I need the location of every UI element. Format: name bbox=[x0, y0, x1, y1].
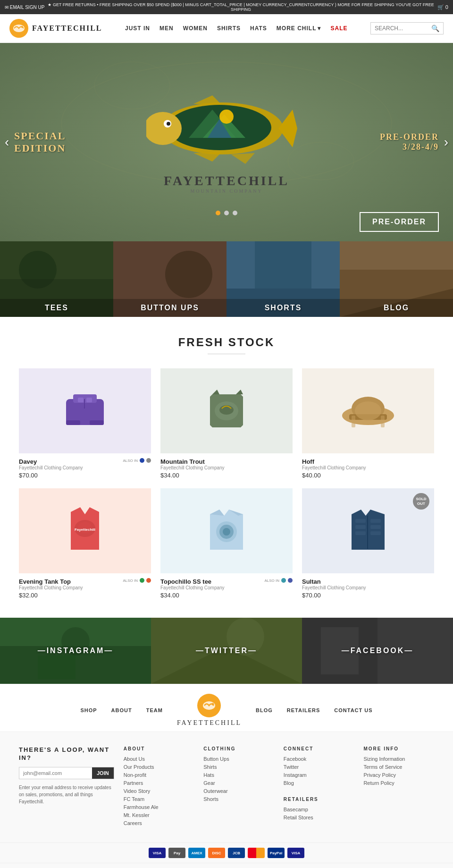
footer-outerwear-link[interactable]: Outerwear bbox=[203, 788, 274, 794]
search-area: 🔍 bbox=[370, 22, 444, 34]
footer-fcteam-link[interactable]: FC Team bbox=[124, 796, 194, 802]
footer-clothing: CLOTHING Button Ups Shirts Hats Gear Out… bbox=[203, 746, 274, 828]
footer-facebook-link[interactable]: Facebook bbox=[284, 756, 354, 762]
nav-men[interactable]: MEN bbox=[159, 25, 174, 32]
footer-privacy-link[interactable]: Privacy Policy bbox=[363, 772, 434, 778]
logo-icon[interactable] bbox=[9, 19, 28, 38]
category-blog[interactable]: BLOG bbox=[340, 241, 453, 317]
twitter-label: —TWITTER— bbox=[196, 647, 257, 655]
svg-rect-34 bbox=[66, 420, 80, 425]
footer-blog-link[interactable]: Blog bbox=[284, 780, 354, 786]
footer-nav-blog[interactable]: BLOG bbox=[256, 707, 273, 713]
footer-about-link[interactable]: About Us bbox=[124, 756, 194, 762]
category-shorts[interactable]: SHORTS bbox=[226, 241, 340, 317]
svg-rect-64 bbox=[355, 531, 366, 535]
social-twitter[interactable]: —TWITTER— bbox=[151, 618, 302, 684]
footer-instagram-link[interactable]: Instagram bbox=[284, 772, 354, 778]
footer-products-link[interactable]: Our Products bbox=[124, 764, 194, 770]
footer-twitter-link[interactable]: Twitter bbox=[284, 764, 354, 770]
footer-hats-link[interactable]: Hats bbox=[203, 772, 274, 778]
footer-nav-about[interactable]: ABOUT bbox=[111, 707, 132, 713]
logo-text[interactable]: FAYETTECHILL bbox=[32, 24, 102, 33]
footer-return-link[interactable]: Return Policy bbox=[363, 780, 434, 786]
footer-nav-contact[interactable]: CONTACT US bbox=[334, 707, 372, 713]
footer-sizing-link[interactable]: Sizing Information bbox=[363, 756, 434, 762]
color-dot-navy bbox=[140, 458, 144, 463]
product-sultan[interactable]: SOLDOUT Sultan Fayettechill Clothing Com… bbox=[302, 488, 434, 599]
footer-connect: CONNECT Facebook Twitter Instagram Blog … bbox=[284, 746, 354, 828]
hero-brand: FAYETTECHILL MOUNTAIN COMPANY bbox=[164, 173, 289, 194]
product-evening-tank[interactable]: Fayettechill Evening Tank Top Fayettechi… bbox=[19, 488, 151, 599]
product-sultan-brand: Fayettechill Clothing Company bbox=[302, 585, 366, 590]
footer-farmhouse-link[interactable]: Farmhouse Ale bbox=[124, 804, 194, 810]
email-input[interactable] bbox=[19, 767, 92, 779]
product-tank-price: $32.00 bbox=[19, 592, 151, 599]
email-signup-link[interactable]: ✉ EMAIL SIGN UP bbox=[5, 5, 44, 10]
product-topochillo-brand: Fayettechill Clothing Company bbox=[160, 585, 225, 590]
section-divider bbox=[208, 354, 245, 354]
product-topochillo[interactable]: Topochillo SS tee Fayettechill Clothing … bbox=[160, 488, 293, 599]
footer-logo[interactable]: FAYETTECHILL bbox=[177, 694, 242, 727]
footer-video-link[interactable]: Video Story bbox=[124, 788, 194, 794]
footer-nav-retailers[interactable]: RETAILERS bbox=[287, 707, 320, 713]
footer-buttonups-link[interactable]: Button Ups bbox=[203, 756, 274, 762]
join-button[interactable]: JOIN bbox=[92, 767, 114, 779]
footer-partners-link[interactable]: Partners bbox=[124, 780, 194, 786]
footer-nav-shop[interactable]: SHOP bbox=[80, 707, 97, 713]
social-grid: —INSTAGRAM— —TWITTER— —FACEBOOK— bbox=[0, 618, 453, 684]
footer-careers-link[interactable]: Careers bbox=[124, 820, 194, 826]
category-grid: TEES BUTTON UPS SHORTS BLO bbox=[0, 241, 453, 317]
svg-point-1 bbox=[21, 26, 23, 28]
nav-hats[interactable]: HATS bbox=[250, 25, 267, 32]
footer-kessler-link[interactable]: Mt. Kessler bbox=[124, 812, 194, 818]
nav-shirts[interactable]: SHIRTS bbox=[217, 25, 241, 32]
hero-dot-3[interactable] bbox=[233, 211, 237, 215]
footer-nav-team[interactable]: TEAM bbox=[146, 707, 163, 713]
search-button[interactable]: 🔍 bbox=[431, 25, 439, 32]
footer-basecamp-link[interactable]: Basecamp bbox=[284, 807, 354, 812]
svg-rect-31 bbox=[78, 398, 84, 402]
product-mountain-trout[interactable]: Mountain Trout Fayettechill Clothing Com… bbox=[160, 368, 293, 479]
nav-more-chill[interactable]: MORE CHILL ▾ bbox=[277, 25, 321, 32]
category-tees[interactable]: TEES bbox=[0, 241, 113, 317]
logo-area: FAYETTECHILL bbox=[9, 19, 102, 38]
product-sultan-img: SOLDOUT bbox=[302, 488, 434, 573]
nav-just-in[interactable]: JUST IN bbox=[125, 25, 150, 32]
nav-women[interactable]: WOMEN bbox=[183, 25, 208, 32]
nav-sale[interactable]: SALE bbox=[330, 25, 347, 32]
svg-marker-40 bbox=[236, 390, 243, 394]
footer-shorts-link[interactable]: Shorts bbox=[203, 796, 274, 802]
hero-prev-button[interactable]: ‹ bbox=[5, 135, 9, 150]
social-facebook[interactable]: —FACEBOOK— bbox=[302, 618, 453, 684]
cart-count[interactable]: 🛒 0 bbox=[437, 4, 448, 10]
footer-retail-link[interactable]: Retail Stores bbox=[284, 815, 354, 820]
footer-tos-link[interactable]: Terms of Service bbox=[363, 764, 434, 770]
color-dot-teal bbox=[281, 578, 286, 583]
svg-point-44 bbox=[355, 401, 381, 420]
product-grid: Davey Fayettechill Clothing Company ALSO… bbox=[19, 368, 434, 599]
product-hoff-brand: Fayettechill Clothing Company bbox=[302, 465, 366, 470]
svg-rect-32 bbox=[86, 398, 92, 402]
hero-next-button[interactable]: › bbox=[444, 135, 448, 150]
category-buttonups[interactable]: BUTTON UPS bbox=[113, 241, 226, 317]
product-trout-img bbox=[160, 368, 293, 453]
top-bar: ✉ EMAIL SIGN UP ★ GET FREE RETURNS • FRE… bbox=[0, 0, 453, 14]
product-trout-header: Mountain Trout Fayettechill Clothing Com… bbox=[160, 458, 293, 470]
payment-visa: VISA bbox=[149, 848, 166, 858]
search-input[interactable] bbox=[375, 25, 431, 32]
hero-dot-2[interactable] bbox=[224, 211, 229, 215]
preorder-button[interactable]: PRE-ORDER bbox=[360, 212, 439, 232]
social-instagram[interactable]: —INSTAGRAM— bbox=[0, 618, 151, 684]
promo-text: ★ GET FREE RETURNS • FREE SHIPPING OVER … bbox=[44, 2, 437, 12]
footer-gear-link[interactable]: Gear bbox=[203, 780, 274, 786]
product-hoff[interactable]: Hoff Fayettechill Clothing Company $40.0… bbox=[302, 368, 434, 479]
product-davey-colors: ALSO IN bbox=[123, 458, 151, 463]
footer-shirts-link[interactable]: Shirts bbox=[203, 764, 274, 770]
svg-rect-69 bbox=[38, 655, 76, 679]
product-davey[interactable]: Davey Fayettechill Clothing Company ALSO… bbox=[19, 368, 151, 479]
footer-retailers-title: RETAILERS bbox=[284, 797, 354, 802]
hero-dot-1[interactable] bbox=[216, 211, 220, 215]
product-tank-name: Evening Tank Top bbox=[19, 578, 83, 585]
footer-nonprofit-link[interactable]: Non-profit bbox=[124, 772, 194, 778]
product-topochillo-price: $34.00 bbox=[160, 592, 293, 599]
